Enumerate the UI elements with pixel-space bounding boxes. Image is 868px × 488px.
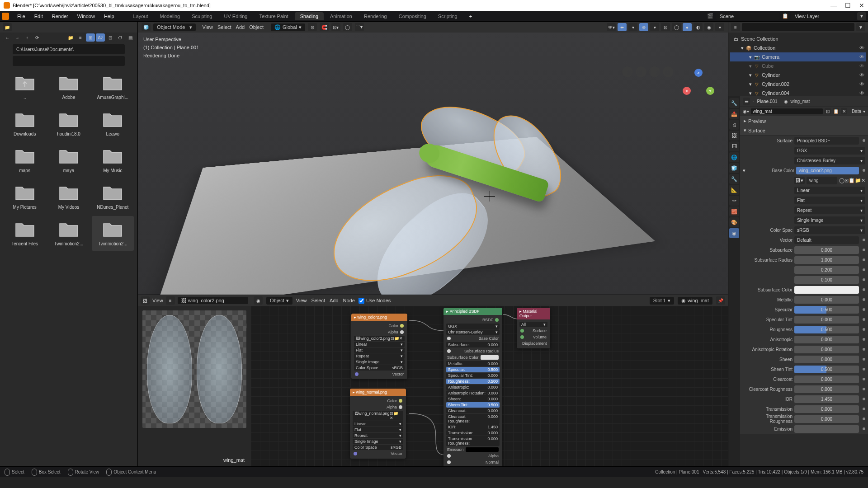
property-value[interactable]: 0.100	[794, 276, 859, 284]
folder-item[interactable]: Tencent Files	[4, 216, 46, 251]
bsdf-input[interactable]: Specular Tint:0.000	[446, 373, 500, 378]
property-value[interactable]: 0.000	[794, 375, 859, 383]
tab-uv-editing[interactable]: UV Editing	[218, 12, 253, 20]
bsdf-input[interactable]: Emission	[445, 446, 500, 453]
filter-icon[interactable]: ▼	[856, 23, 865, 31]
folder-item[interactable]: Adobe	[47, 70, 90, 104]
snap-icon[interactable]: 🧲	[320, 23, 329, 31]
distribution-dropdown[interactable]: GGX▾	[794, 147, 865, 155]
image-texture-node[interactable]: ▸ wing_normal.png Color Alpha 🖼wing_norm…	[350, 389, 406, 459]
props-tab-2[interactable]: 🖨	[729, 120, 739, 130]
shade-options-icon[interactable]: ▾	[715, 23, 724, 31]
proportional-type-icon[interactable]: ⌒▾	[355, 23, 364, 31]
editor-type-icon[interactable]: ☰	[743, 98, 750, 105]
property-value[interactable]: 1.000	[794, 256, 859, 264]
pin-icon[interactable]: 📌	[716, 296, 725, 305]
slot-dropdown[interactable]: Slot 1 ▾	[650, 297, 674, 305]
property-value[interactable]	[794, 286, 859, 294]
viewport-menu-view[interactable]: View	[202, 24, 213, 30]
pan-icon[interactable]	[636, 66, 646, 77]
node-menu-add[interactable]: Add	[330, 298, 339, 303]
material-dropdown[interactable]: ◉ wing_mat	[678, 297, 712, 305]
outliner-item[interactable]: ▾📦Collection👁	[730, 43, 866, 52]
3d-viewport[interactable]: 🧊 Object Mode▾ ViewSelectAddObject 🌐 Glo…	[138, 22, 728, 295]
surface-section[interactable]: ▾ Surface	[740, 126, 868, 135]
view-menu[interactable]: View	[152, 298, 163, 303]
copy-icon[interactable]: 📋	[833, 108, 839, 114]
nav-back-icon[interactable]: ←	[3, 33, 12, 42]
property-value[interactable]: 0.000	[794, 316, 859, 324]
bsdf-input[interactable]: Anisotropic:0.000	[446, 385, 500, 390]
bsdf-input[interactable]: Specular:0.500	[446, 367, 500, 372]
menu-file[interactable]: File	[13, 14, 30, 19]
folder-item[interactable]: maya	[47, 143, 90, 178]
props-tab-9[interactable]: ✏	[729, 196, 739, 206]
bsdf-input[interactable]: Normal	[445, 459, 500, 465]
tab-layout[interactable]: Layout	[128, 12, 154, 20]
property-value[interactable]: 0.000	[794, 356, 859, 363]
outliner-root[interactable]: 🗀Scene Collection	[730, 34, 866, 43]
property-value[interactable]: 0.200	[794, 266, 859, 274]
bsdf-input[interactable]: Metallic:0.000	[446, 361, 500, 366]
app-icon[interactable]	[2, 13, 9, 20]
property-value[interactable]: 0.000	[794, 336, 859, 343]
close-button[interactable]: ✕	[859, 2, 864, 9]
texture-name-field[interactable]: wing	[807, 177, 837, 184]
bsdf-input[interactable]: Base Color	[445, 335, 500, 342]
property-value[interactable]: 0.500	[794, 366, 859, 373]
nav-refresh-icon[interactable]: ⟳	[33, 33, 42, 42]
visibility-toggle-icon[interactable]: 👁	[859, 63, 864, 69]
minimize-button[interactable]: —	[830, 2, 837, 9]
bsdf-input[interactable]: Subsurface:0.000	[446, 342, 500, 347]
use-nodes-checkbox[interactable]	[359, 298, 364, 304]
shader-type-dropdown[interactable]: Object ▾	[266, 297, 292, 305]
bsdf-input[interactable]: Transmission Roughness:0.000	[446, 436, 500, 446]
property-value[interactable]: 0.000	[794, 296, 859, 304]
tab-scripting[interactable]: Scripting	[433, 12, 463, 20]
material-output-node[interactable]: ▸ Material Output All▾ Surface Volume Di…	[517, 308, 550, 348]
hamburger-icon[interactable]: ≡	[166, 296, 175, 305]
snap-type-icon[interactable]: ⊡▾	[331, 23, 340, 31]
filter-icon[interactable]: ▼	[857, 12, 866, 20]
visibility-toggle-icon[interactable]: 👁	[859, 45, 864, 51]
folder-item[interactable]: NDunes_Planet	[92, 179, 134, 214]
gizmo-toggle-icon[interactable]: ⬌	[618, 23, 627, 31]
property-value[interactable]: 0.000	[794, 415, 859, 423]
folder-item[interactable]: AmuseGraphi...	[92, 70, 134, 104]
folder-item[interactable]: My Pictures	[4, 179, 46, 214]
image-dropdown[interactable]: 🖼wing_color2.png	[178, 297, 248, 304]
material-name-field[interactable]: wing_mat	[751, 108, 823, 114]
sort-time-icon[interactable]: ⏱	[116, 33, 125, 42]
editor-type-icon[interactable]: 🧊	[142, 23, 151, 31]
outliner-search[interactable]	[742, 23, 854, 31]
node-menu-node[interactable]: Node	[343, 298, 355, 303]
overlay-toggle-icon[interactable]: ⊕	[639, 23, 648, 31]
viewport-menu-object[interactable]: Object	[249, 24, 264, 30]
colorspace-dropdown[interactable]: sRGB▾	[794, 226, 865, 234]
folder-item[interactable]: Twinmotion2...	[47, 216, 90, 251]
new-folder-icon[interactable]: 📁	[66, 33, 75, 42]
bsdf-input[interactable]: Sheen:0.000	[446, 396, 500, 402]
property-value[interactable]: 0.000	[794, 246, 859, 254]
bsdf-input[interactable]: IOR:1.450	[446, 424, 500, 430]
tab-rendering[interactable]: Rendering	[359, 12, 392, 20]
sort-alpha-icon[interactable]: Az	[96, 33, 105, 42]
bsdf-input[interactable]: Alpha	[445, 453, 500, 459]
interp-dropdown[interactable]: Linear▾	[794, 187, 865, 194]
folder-item[interactable]: maps	[4, 143, 46, 178]
props-tab-0[interactable]: 🔧	[729, 98, 739, 108]
nav-up-icon[interactable]: ↑	[23, 33, 32, 42]
sort-ext-icon[interactable]: ⊡	[106, 33, 115, 42]
xray-icon[interactable]: ⊡	[661, 23, 670, 31]
props-tab-1[interactable]: 📤	[729, 109, 739, 119]
bsdf-input[interactable]: Clearcoat Normal	[445, 465, 500, 466]
shade-lookdev-icon[interactable]: ◐	[693, 23, 703, 31]
vector-dropdown[interactable]: Default	[794, 236, 859, 244]
folder-item[interactable]: Downloads	[4, 106, 46, 141]
bsdf-input[interactable]: Subsurface Radius	[445, 348, 500, 354]
shade-wire-icon[interactable]: ◯	[672, 23, 681, 31]
projection-dropdown[interactable]: Flat▾	[794, 197, 865, 204]
viewport-menu-select[interactable]: Select	[217, 24, 231, 30]
visibility-toggle-icon[interactable]: 👁	[859, 54, 864, 60]
sss-dropdown[interactable]: Christensen-Burley▾	[794, 157, 865, 164]
